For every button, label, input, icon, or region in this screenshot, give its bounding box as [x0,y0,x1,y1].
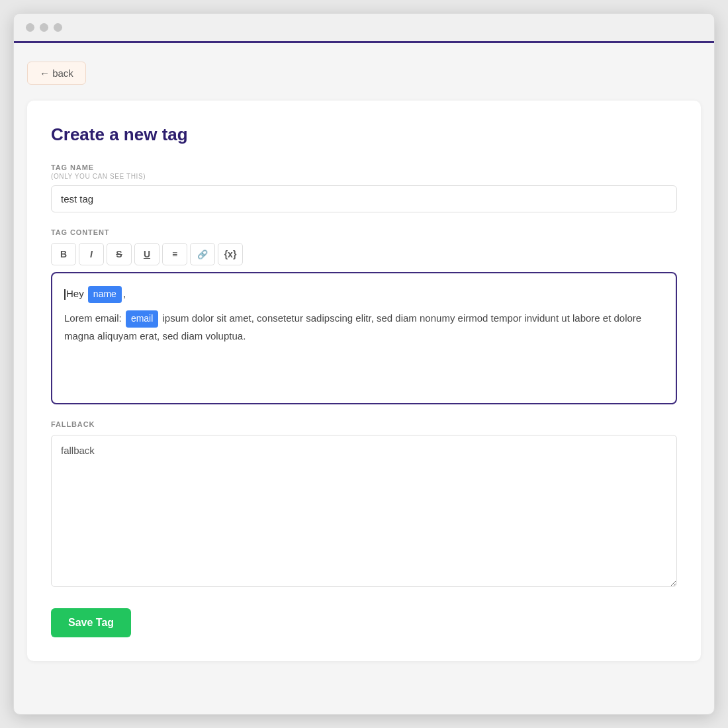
tag-name-section: TAG NAME (ONLY YOU CAN SEE THIS) [51,163,677,228]
rich-text-line-1: Hey name, [64,285,664,303]
line2-prefix: Lorem email: [64,312,124,324]
tag-name-sublabel: (ONLY YOU CAN SEE THIS) [51,173,677,180]
rich-text-line-2: Lorem email: email ipsum dolor sit amet,… [64,310,664,344]
fallback-textarea[interactable]: fallback [51,435,677,587]
list-button[interactable]: ≡ [162,243,187,265]
line1-suffix: , [123,288,126,299]
tag-name-label: TAG NAME [51,163,677,171]
tag-content-label: TAG CONTENT [51,228,677,236]
tag-name-input[interactable] [51,185,677,212]
rich-text-toolbar: B I S U ≡ 🔗 {x} [51,243,677,265]
page-title: Create a new tag [51,124,677,145]
fallback-section: FALLBACK fallback [51,420,677,608]
browser-body: ← back Create a new tag TAG NAME (ONLY Y… [14,43,714,680]
browser-dot-2 [40,23,48,32]
browser-titlebar [14,14,714,43]
link-icon: 🔗 [197,250,208,259]
tag-content-section: TAG CONTENT B I S U ≡ 🔗 {x} Hey nam [51,228,677,404]
browser-dot-1 [26,23,34,32]
italic-button[interactable]: I [79,243,104,265]
variable-button[interactable]: {x} [218,243,243,265]
underline-button[interactable]: U [134,243,159,265]
strikethrough-button[interactable]: S [107,243,132,265]
bold-button[interactable]: B [51,243,76,265]
save-tag-button[interactable]: Save Tag [51,608,131,637]
fallback-label: FALLBACK [51,420,677,428]
form-card: Create a new tag TAG NAME (ONLY YOU CAN … [27,101,701,661]
line1-prefix: Hey [66,288,87,299]
browser-dot-3 [54,23,62,32]
email-chip[interactable]: email [126,310,158,328]
browser-window: ← back Create a new tag TAG NAME (ONLY Y… [13,13,715,715]
rich-text-editor[interactable]: Hey name, Lorem email: email ipsum dolor… [51,272,677,404]
name-chip[interactable]: name [88,286,122,303]
link-button[interactable]: 🔗 [190,243,215,265]
cursor-bar [64,289,66,300]
back-button[interactable]: ← back [27,62,86,85]
